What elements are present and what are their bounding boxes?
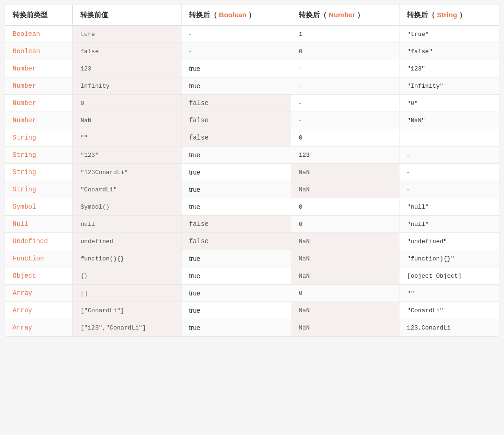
cell-to-boolean: false (181, 95, 291, 112)
header-boolean: 转换后（ Boolean ） (181, 5, 291, 26)
cell-value: {} (73, 267, 181, 285)
cell-type: Boolean (5, 26, 73, 43)
cell-to-string: "null" (399, 198, 499, 216)
cell-type: Function (5, 250, 73, 267)
cell-type: String (5, 181, 73, 198)
cell-type: Number (5, 112, 73, 129)
cell-to-number: NaN (291, 267, 399, 285)
cell-to-string: "undefined" (399, 233, 499, 250)
table-row: String"123ConardLi"trueNaN- (5, 164, 499, 181)
cell-value: ["123","ConardLi"] (73, 319, 181, 337)
cell-to-number: 0 (291, 129, 399, 147)
cell-to-boolean: true (181, 60, 291, 77)
cell-to-string: "123" (399, 60, 499, 77)
cell-to-string: "NaN" (399, 112, 499, 129)
cell-value: undefined (73, 233, 181, 250)
cell-type: String (5, 164, 73, 181)
cell-to-number: - (291, 77, 399, 95)
table-row: String"123"true123- (5, 147, 499, 164)
header-value: 转换前值 (73, 5, 181, 26)
table-row: NumberInfinitytrue-"Infinity" (5, 77, 499, 95)
table-row: String"ConardLi"trueNaN- (5, 181, 499, 198)
cell-value: "ConardLi" (73, 181, 181, 198)
cell-value: [] (73, 285, 181, 302)
table-row: SymbolSymbol()true0"null" (5, 198, 499, 216)
cell-value: "123" (73, 147, 181, 164)
cell-to-string: 123,ConardLi (399, 319, 499, 337)
cell-value: "123ConardLi" (73, 164, 181, 181)
cell-type: Array (5, 319, 73, 337)
cell-to-number: NaN (291, 164, 399, 181)
cell-to-string: "function){}" (399, 250, 499, 267)
cell-to-string: "0" (399, 95, 499, 112)
cell-type: Null (5, 216, 73, 233)
cell-type: Boolean (5, 43, 73, 60)
table-row: Functionfunction(){}trueNaN"function){}" (5, 250, 499, 267)
cell-type: Undefined (5, 233, 73, 250)
header-type: 转换前类型 (5, 5, 73, 26)
header-string: 转换后（ String ） (399, 5, 499, 26)
cell-to-string: "ConardLi" (399, 302, 499, 319)
cell-type: String (5, 129, 73, 147)
cell-to-boolean: true (181, 267, 291, 285)
header-string-highlight: String (435, 11, 459, 19)
header-number: 转换后（ Number ） (291, 5, 399, 26)
table-row: Booleanture-1"true" (5, 26, 499, 43)
conversion-table: 转换前类型 转换前值 转换后（ Boolean ） 转换后（ Number ） … (5, 5, 499, 336)
cell-to-string: - (399, 147, 499, 164)
cell-value: 123 (73, 60, 181, 77)
cell-value: ture (73, 26, 181, 43)
cell-to-number: 1 (291, 26, 399, 43)
cell-to-boolean: false (181, 216, 291, 233)
cell-to-string: - (399, 164, 499, 181)
cell-type: Array (5, 302, 73, 319)
table-row: Number0false-"0" (5, 95, 499, 112)
cell-to-boolean: true (181, 77, 291, 95)
cell-to-boolean: false (181, 233, 291, 250)
cell-to-string: - (399, 129, 499, 147)
cell-to-number: - (291, 112, 399, 129)
cell-type: Number (5, 60, 73, 77)
cell-to-number: 0 (291, 43, 399, 60)
table-row: Array["123","ConardLi"]trueNaN123,Conard… (5, 319, 499, 337)
cell-to-boolean: true (181, 285, 291, 302)
cell-to-string: "Infinity" (399, 77, 499, 95)
cell-to-string: [object Object] (399, 267, 499, 285)
cell-value: "" (73, 129, 181, 147)
cell-to-number: NaN (291, 302, 399, 319)
cell-to-boolean: true (181, 164, 291, 181)
cell-to-number: - (291, 60, 399, 77)
cell-to-number: NaN (291, 319, 399, 337)
cell-to-string: "true" (399, 26, 499, 43)
cell-type: Object (5, 267, 73, 285)
cell-to-string: "false" (399, 43, 499, 60)
cell-value: Symbol() (73, 198, 181, 216)
cell-value: NaN (73, 112, 181, 129)
cell-to-boolean: - (181, 43, 291, 60)
cell-type: Symbol (5, 198, 73, 216)
table-header-row: 转换前类型 转换前值 转换后（ Boolean ） 转换后（ Number ） … (5, 5, 499, 26)
cell-value: Infinity (73, 77, 181, 95)
table-row: UndefinedundefinedfalseNaN"undefined" (5, 233, 499, 250)
cell-to-number: 123 (291, 147, 399, 164)
cell-to-boolean: true (181, 319, 291, 337)
cell-value: null (73, 216, 181, 233)
table-row: Object{}trueNaN[object Object] (5, 267, 499, 285)
cell-to-boolean: false (181, 112, 291, 129)
cell-to-boolean: - (181, 26, 291, 43)
cell-to-number: 0 (291, 216, 399, 233)
table-row: Number123true-"123" (5, 60, 499, 77)
cell-value: 0 (73, 95, 181, 112)
cell-to-number: - (291, 95, 399, 112)
table-row: String""false0- (5, 129, 499, 147)
cell-to-boolean: true (181, 181, 291, 198)
cell-to-number: NaN (291, 233, 399, 250)
table-row: NumberNaNfalse-"NaN" (5, 112, 499, 129)
table-row: Nullnullfalse0"null" (5, 216, 499, 233)
cell-type: Number (5, 95, 73, 112)
cell-to-boolean: true (181, 250, 291, 267)
cell-to-boolean: false (181, 129, 291, 147)
cell-to-number: NaN (291, 250, 399, 267)
cell-value: ["ConardLi"] (73, 302, 181, 319)
cell-type: Array (5, 285, 73, 302)
